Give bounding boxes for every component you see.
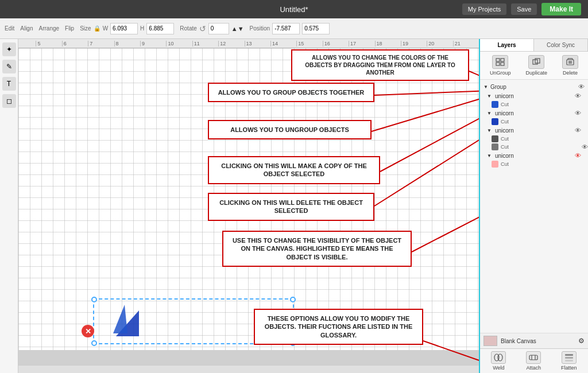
canvas-area: 5 6 7 8 9 10 11 12 13 14 15 16 17 18 19 …: [18, 39, 479, 373]
attach-button[interactable]: Attach: [526, 351, 541, 371]
annotation-modify: THESE OPTIONS ALLOW YOU TO MODIFY THE OB…: [254, 309, 423, 345]
list-item[interactable]: ▼ unicorn 👁: [480, 91, 588, 100]
layer-group-header: ▼ Group 👁: [480, 82, 588, 91]
svg-rect-12: [496, 63, 500, 65]
align-label: Align: [20, 25, 33, 32]
color-sync-tab[interactable]: Color Sync: [534, 39, 588, 51]
pos-x-input[interactable]: [272, 23, 300, 34]
flip-label: Flip: [65, 25, 74, 32]
height-input[interactable]: [146, 23, 174, 34]
horizontal-scrollbar[interactable]: [18, 365, 479, 373]
rotate-input[interactable]: [208, 23, 229, 34]
save-button[interactable]: Save: [511, 3, 537, 15]
annotation-colors-drag: ALLOWS YOU TO CHANGE THE COLORS OF THE O…: [291, 49, 469, 81]
layers-tab[interactable]: Layers: [480, 39, 534, 51]
left-sidebar: ✦ ✎ T ◻: [0, 39, 18, 373]
canvas-settings-icon[interactable]: ⚙: [578, 337, 585, 345]
height-label: H: [140, 25, 144, 32]
right-panel: Layers Color Sync UnGroup: [479, 39, 588, 373]
annotation-ungroup: ALLOWS YOU TO UNGROUP OBJECTS: [208, 120, 372, 139]
duplicate-button[interactable]: Duplicate: [525, 55, 547, 76]
flatten-icon: [562, 351, 577, 364]
list-item[interactable]: ▼ unicorn 👁: [480, 151, 588, 160]
layer-visibility-icon-1[interactable]: 👁: [575, 92, 581, 99]
svg-point-24: [498, 354, 502, 361]
delete-object-button[interactable]: ✕: [82, 325, 94, 337]
main-area: ✦ ✎ T ◻ 5 6 7 8 9 10 11 12 13 14 15 16 1…: [0, 39, 588, 373]
layer-sub-4: Cut: [480, 160, 588, 168]
delete-icon: [562, 55, 578, 69]
bottom-action-row: Weld Attach: [480, 348, 588, 373]
svg-rect-25: [529, 355, 537, 360]
attach-icon: [526, 351, 541, 364]
edit-label: Edit: [5, 25, 14, 32]
ungroup-button[interactable]: UnGroup: [490, 55, 511, 76]
selection-handle-bl[interactable]: [91, 340, 97, 346]
annotation-delete: CLICKING ON THIS WILL DELETE THE OBJECT …: [208, 193, 374, 221]
group-visibility-icon[interactable]: 👁: [578, 83, 585, 90]
svg-rect-30: [565, 360, 573, 362]
shape-tool-icon[interactable]: ◻: [2, 94, 16, 108]
panel-tabs: Layers Color Sync: [480, 39, 588, 52]
weld-button[interactable]: Weld: [491, 351, 506, 371]
layer-sub-1: Cut: [480, 100, 588, 108]
canvas-color-swatch: [483, 336, 497, 346]
layer-visibility-icon-4[interactable]: 👁: [575, 152, 581, 159]
selection-handle-tl[interactable]: [91, 297, 97, 302]
pos-y-input[interactable]: [302, 23, 330, 34]
selection-handle-tr[interactable]: [290, 297, 296, 302]
make-it-button[interactable]: Make It: [541, 3, 581, 15]
draw-tool-icon[interactable]: ✎: [2, 60, 16, 73]
layer-visibility-icon-2[interactable]: 👁: [575, 110, 581, 116]
toolbar: Edit Align Arrange Flip Size 🔒 W H Rotat…: [0, 18, 588, 39]
size-label: Size: [80, 25, 91, 32]
layer-sub-2: Cut: [480, 118, 588, 126]
svg-rect-11: [501, 59, 504, 61]
rotate-label: Rotate: [180, 25, 196, 32]
svg-rect-13: [501, 63, 504, 65]
arrange-label: Arrange: [38, 25, 59, 32]
list-item[interactable]: ▼ unicorn 👁: [480, 108, 588, 118]
layer-list: ▼ Group 👁 ▼ unicorn 👁 Cut ▼ unicorn 👁: [480, 80, 588, 333]
weld-icon: [491, 351, 506, 364]
svg-rect-10: [496, 59, 500, 61]
canvas-inner: ✕ ↺ ALLOWS YOU TO CHANGE THE COLORS OF T…: [18, 48, 479, 373]
select-tool-icon[interactable]: ✦: [2, 42, 16, 56]
list-item[interactable]: ▼ unicorn 👁: [480, 126, 588, 135]
annotation-visibility: USE THIS TO CHANGE THE VISIBILITY OF THE…: [222, 231, 412, 267]
delete-button[interactable]: Delete: [562, 55, 578, 76]
position-label: Position: [250, 25, 270, 32]
top-bar: Untitled* My Projects Save Make It: [0, 0, 588, 18]
svg-rect-28: [565, 354, 573, 356]
canvas-label: Blank Canvas: [501, 338, 536, 344]
ruler: 5 6 7 8 9 10 11 12 13 14 15 16 17 18 19 …: [18, 39, 479, 48]
layer-visibility-icon-3[interactable]: 👁: [575, 127, 581, 134]
layer-visibility-icon-3b[interactable]: 👁: [582, 143, 588, 150]
layer-sub-3a: Cut: [480, 135, 588, 143]
app-title: Untitled*: [280, 5, 308, 14]
width-input[interactable]: [110, 23, 138, 34]
text-tool-icon[interactable]: T: [2, 77, 16, 91]
ungroup-icon: [492, 55, 508, 69]
width-label: W: [103, 25, 108, 32]
my-projects-button[interactable]: My Projects: [462, 3, 506, 15]
canvas-label-row: Blank Canvas ⚙: [480, 333, 588, 348]
flatten-button[interactable]: Flatten: [561, 351, 577, 371]
annotation-group: ALLOWS YOU TO GROUP OBJECTS TOGETHER: [208, 83, 374, 102]
duplicate-icon: [528, 55, 544, 69]
action-row: UnGroup Duplicate: [480, 52, 588, 80]
layer-sub-3b: Cut 👁: [480, 143, 588, 151]
svg-rect-29: [565, 357, 573, 359]
annotation-duplicate: CLICKING ON THIS WILL MAKE A COPY OF THE…: [208, 156, 380, 184]
